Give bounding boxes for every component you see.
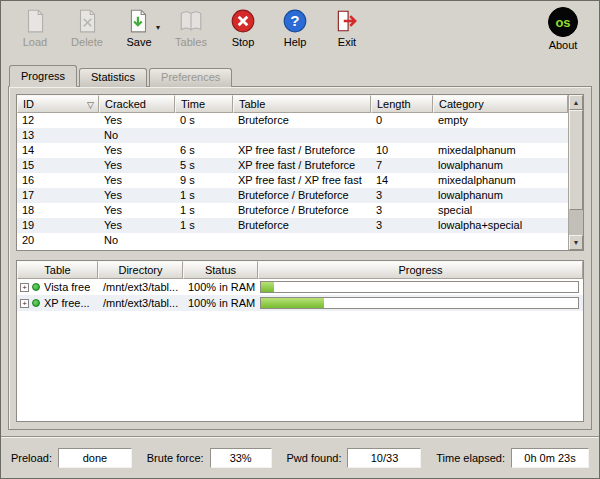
save-dropdown-arrow-icon[interactable]: ▾	[156, 23, 160, 32]
cell-cracked: Yes	[99, 188, 175, 203]
table-row[interactable]: 18Yes1 sBruteforce / Bruteforce3special	[17, 203, 568, 218]
toolbar-button-stop[interactable]: Stop	[217, 7, 269, 61]
tab-preferences: Preferences	[149, 68, 232, 87]
cell-time: 6 s	[175, 143, 233, 158]
table-name-cell: +XP free...	[17, 295, 98, 311]
progress-bar	[260, 297, 579, 309]
cell-cracked: Yes	[99, 173, 175, 188]
cell-length: 3	[371, 203, 433, 218]
status-field-value: done	[58, 448, 132, 468]
cell-id: 20	[17, 233, 99, 248]
progress-fill	[261, 282, 274, 292]
table-row[interactable]: 19Yes1 sBruteforce3lowalpha+special	[17, 218, 568, 233]
svg-text:?: ?	[290, 12, 299, 29]
table-row[interactable]: +Vista free/mnt/ext3/tabl...100% in RAM	[17, 279, 583, 295]
toolbar-button-exit[interactable]: Exit	[321, 7, 373, 61]
panel-splitter[interactable]	[16, 251, 584, 260]
toolbar-button-label: Stop	[232, 36, 255, 48]
cell-status: 100% in RAM	[183, 279, 258, 295]
cell-id: 18	[17, 203, 99, 218]
table-name: XP free...	[44, 295, 90, 311]
table-row[interactable]: 15Yes5 sXP free fast / Bruteforce7lowalp…	[17, 158, 568, 173]
tab-progress[interactable]: Progress	[9, 65, 77, 87]
column-header-table[interactable]: Table	[17, 261, 98, 279]
toolbar-button-tables: Tables	[165, 7, 217, 61]
cell-table	[233, 128, 371, 143]
table-row[interactable]: 14Yes6 sXP free fast / Bruteforce10mixed…	[17, 143, 568, 158]
cell-time: 1 s	[175, 203, 233, 218]
table-row[interactable]: 12Yes0 sBruteforce0empty	[17, 113, 568, 128]
results-scrollbar[interactable]: ▲ ▼	[568, 95, 583, 250]
toolbar-button-label: Save	[126, 36, 151, 48]
cell-length: 0	[371, 113, 433, 128]
table-row[interactable]: 17Yes1 sBruteforce / Bruteforce3lowalpha…	[17, 188, 568, 203]
toolbar: LoadDelete▾SaveTablesStop?HelpExit os Ab…	[1, 1, 599, 65]
scrollbar-track[interactable]	[569, 110, 583, 235]
cell-time	[175, 128, 233, 143]
column-header-progress[interactable]: Progress	[258, 261, 583, 279]
column-header-category[interactable]: Category	[433, 95, 568, 113]
scrollbar-thumb[interactable]	[569, 110, 583, 210]
toolbar-button-help[interactable]: ?Help	[269, 7, 321, 61]
cell-table: Bruteforce / Bruteforce	[233, 188, 371, 203]
tables-body: +Vista free/mnt/ext3/tabl...100% in RAM+…	[17, 279, 583, 311]
status-field-label: Preload:	[11, 452, 52, 464]
cell-id: 15	[17, 158, 99, 173]
column-header-status[interactable]: Status	[183, 261, 258, 279]
about-button[interactable]: os About	[535, 7, 591, 63]
cell-cracked: No	[99, 128, 175, 143]
status-field-value: 10/33	[347, 448, 421, 468]
results-body: 12Yes0 sBruteforce0empty13No14Yes6 sXP f…	[17, 113, 568, 248]
cell-status: 100% in RAM	[183, 295, 258, 311]
ophcrack-window: LoadDelete▾SaveTablesStop?HelpExit os Ab…	[0, 0, 600, 479]
cell-category: lowalphanum	[433, 158, 568, 173]
tabbar: ProgressStatisticsPreferences	[1, 65, 599, 87]
delete-icon	[74, 8, 100, 34]
column-header-time[interactable]: Time	[175, 95, 233, 113]
cell-table: XP free fast / XP free fast	[233, 173, 371, 188]
cell-id: 17	[17, 188, 99, 203]
tables-table: TableDirectoryStatusProgress +Vista free…	[16, 260, 584, 422]
tab-statistics[interactable]: Statistics	[79, 68, 147, 87]
table-row[interactable]: 16Yes9 sXP free fast / XP free fast14mix…	[17, 173, 568, 188]
cell-id: 16	[17, 173, 99, 188]
tree-expand-icon[interactable]: +	[20, 299, 29, 308]
cell-id: 12	[17, 113, 99, 128]
toolbar-button-load: Load	[9, 7, 61, 61]
table-row[interactable]: 13No	[17, 128, 568, 143]
scroll-up-icon[interactable]: ▲	[569, 95, 583, 110]
column-header-id[interactable]: ID▽	[17, 95, 99, 113]
status-field-label: Time elapsed:	[436, 452, 505, 464]
table-name-cell: +Vista free	[17, 279, 98, 295]
cell-length	[371, 128, 433, 143]
cell-cracked: Yes	[99, 218, 175, 233]
column-header-directory[interactable]: Directory	[98, 261, 183, 279]
column-header-length[interactable]: Length	[371, 95, 433, 113]
cell-category: mixedalphanum	[433, 173, 568, 188]
toolbar-button-label: Help	[284, 36, 307, 48]
table-row[interactable]: +XP free.../mnt/ext3/tabl...100% in RAM	[17, 295, 583, 311]
toolbar-button-save[interactable]: ▾Save	[113, 7, 165, 61]
column-header-cracked[interactable]: Cracked	[99, 95, 175, 113]
cell-cracked: Yes	[99, 113, 175, 128]
cell-length: 10	[371, 143, 433, 158]
table-enabled-dot-icon	[32, 283, 40, 291]
cell-length: 3	[371, 188, 433, 203]
cell-table: Bruteforce / Bruteforce	[233, 203, 371, 218]
toolbar-button-label: Tables	[175, 36, 207, 48]
table-row[interactable]: 20No	[17, 233, 568, 248]
cell-category: special	[433, 203, 568, 218]
cell-category: empty	[433, 113, 568, 128]
cell-table: XP free fast / Bruteforce	[233, 143, 371, 158]
cell-category: mixedalphanum	[433, 143, 568, 158]
ophcrack-logo-icon: os	[548, 7, 578, 37]
cell-length: 3	[371, 218, 433, 233]
column-header-table[interactable]: Table	[233, 95, 371, 113]
tree-expand-icon[interactable]: +	[20, 283, 29, 292]
cell-id: 19	[17, 218, 99, 233]
toolbar-button-label: Load	[23, 36, 47, 48]
scroll-down-icon[interactable]: ▼	[569, 235, 583, 250]
exit-icon	[334, 8, 360, 34]
cell-progress	[258, 297, 583, 309]
cell-cracked: Yes	[99, 143, 175, 158]
